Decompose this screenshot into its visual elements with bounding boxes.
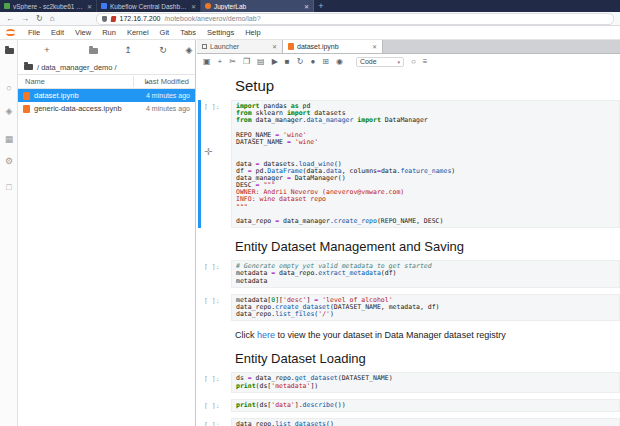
paste-cells-icon[interactable]: ▤ (257, 58, 265, 66)
cell-gutter: [ ]: (201, 294, 231, 322)
stop-kernel-icon[interactable]: ■ (285, 58, 290, 66)
run-all-icon[interactable]: ● (310, 58, 315, 66)
cell-type-value: Code (360, 58, 377, 65)
visibility-icon[interactable]: ◉ (336, 58, 343, 66)
file-list-item[interactable]: dataset.ipynb4 minutes ago (18, 89, 195, 102)
doc-tab-label: Launcher (210, 43, 239, 50)
column-name[interactable]: Name (25, 77, 45, 86)
browser-tab[interactable]: JupyterLab✕ (201, 0, 314, 12)
browser-tab[interactable]: Kubeflow Central Dashboard✕ (97, 0, 201, 12)
url-bar[interactable]: 172.16.7.200/notebook/aneverov/demo/lab? (96, 13, 614, 25)
menu-item-run[interactable]: Run (102, 28, 116, 37)
drag-handle-icon[interactable]: ✛ (204, 146, 212, 157)
markdown-paragraph: Click here to view the your dataset in D… (235, 330, 620, 340)
cell-gutter: [ ]: (201, 399, 231, 412)
close-icon[interactable]: ✕ (191, 3, 196, 10)
home-icon[interactable]: ⌂ (50, 15, 55, 23)
close-icon[interactable]: ✕ (372, 43, 377, 50)
breadcrumb[interactable]: / data_manager_demo / (18, 60, 195, 74)
cell-prompt: [ ]: (201, 399, 231, 410)
browser-tab-title: Kubeflow Central Dashboard (110, 3, 188, 10)
new-launcher-icon[interactable]: + (40, 44, 54, 56)
git-icon[interactable]: ◈ (0, 107, 18, 116)
menu-item-settings[interactable]: Settings (207, 28, 234, 37)
close-icon[interactable]: ✕ (87, 3, 92, 10)
markdown-text: Click (235, 330, 257, 340)
add-cell-icon[interactable]: + (218, 58, 223, 66)
run-cell-icon[interactable]: ▶ (272, 58, 278, 66)
cell-gutter: [ ]: (201, 418, 231, 426)
kernel-status-icon[interactable]: ○ (411, 58, 416, 66)
browser-url-row: ←→↻⌂ 172.16.7.200/notebook/aneverov/demo… (0, 12, 620, 26)
forward-icon[interactable]: → (21, 15, 29, 23)
menu-item-tabs[interactable]: Tabs (180, 28, 196, 37)
browser-tab-title: vSphere - sc2kube61 - Summa (13, 3, 84, 10)
url-path: /notebook/aneverov/demo/lab? (164, 15, 260, 22)
notebook-file-icon (23, 92, 30, 100)
code-cell[interactable]: [ ]:data_repo.list_datasets() (197, 418, 620, 426)
dataset-registry-link[interactable]: here (257, 330, 275, 340)
grid-icon[interactable]: ⊞ (322, 58, 329, 66)
document-area: Launcher✕dataset.ipynb✕ ▣+✂❐▤▶■↻●⊞◉Code▾… (197, 40, 620, 426)
menu-item-help[interactable]: Help (245, 28, 260, 37)
code-cell[interactable]: [ ]:✛import pandas as pdfrom sklearn imp… (197, 100, 620, 228)
file-name: generic-data-access.ipynb (34, 104, 142, 113)
code-cell[interactable]: [ ]:print(ds['data'].describe()) (197, 399, 620, 412)
code-cell[interactable]: [ ]:# Generate empty yet valid metadata … (197, 260, 620, 288)
close-icon[interactable]: ✕ (304, 3, 309, 10)
cell-gutter: [ ]:✛ (201, 100, 231, 228)
code-line (236, 146, 619, 153)
cut-cells-icon[interactable]: ✂ (229, 58, 236, 66)
menu-item-file[interactable]: File (28, 28, 40, 37)
doc-tab-launcher[interactable]: Launcher✕ (197, 40, 283, 53)
reload-icon[interactable]: ↻ (36, 15, 43, 23)
list-icon[interactable]: ≡ (423, 58, 428, 66)
menu-item-kernel[interactable]: Kernel (127, 28, 149, 37)
restart-kernel-icon[interactable]: ↻ (297, 58, 304, 66)
menu-item-edit[interactable]: Edit (51, 28, 64, 37)
document-tab-bar: Launcher✕dataset.ipynb✕ (197, 40, 620, 54)
code-cell[interactable]: [ ]:ds = data_repo.get_dataset(DATASET_N… (197, 372, 620, 392)
cell-input[interactable]: import pandas as pdfrom sklearn import d… (231, 100, 620, 228)
cell-input[interactable]: # Generate empty yet valid metadata to g… (231, 260, 620, 288)
refresh-icon[interactable]: ↻ (156, 44, 170, 56)
notebook-content[interactable]: Setup[ ]:✛import pandas as pdfrom sklear… (197, 68, 620, 426)
launcher-icon (202, 44, 207, 49)
doc-tab-dataset-ipynb[interactable]: dataset.ipynb✕ (283, 40, 383, 53)
menu-item-git[interactable]: Git (160, 28, 170, 37)
menu-item-view[interactable]: View (75, 28, 91, 37)
close-icon[interactable]: ✕ (272, 43, 277, 50)
file-list: dataset.ipynb4 minutes agogeneric-data-a… (18, 89, 195, 115)
notebook-file-icon (23, 105, 30, 113)
cell-input[interactable]: metadata[0]['desc'] = 'level of alcohol'… (231, 294, 620, 322)
cell-prompt: [ ]: (201, 418, 231, 426)
property-inspector-icon[interactable]: ⚙ (0, 157, 18, 166)
copy-cells-icon[interactable]: ❐ (243, 58, 250, 66)
cell-input[interactable]: ds = data_repo.get_dataset(DATASET_NAME)… (231, 372, 620, 392)
browser-tab[interactable]: vSphere - sc2kube61 - Summa✕ (0, 0, 97, 12)
code-line: INFO: wine dataset repo (236, 196, 619, 203)
opens-tab-icon[interactable]: □ (0, 183, 18, 192)
shield-icon[interactable] (102, 16, 107, 22)
running-sessions-icon[interactable]: ○ (0, 84, 18, 93)
git-clone-icon[interactable]: ◈ (182, 44, 196, 56)
file-modified: 4 minutes ago (146, 92, 190, 99)
new-folder-icon[interactable] (86, 44, 100, 56)
cell-input[interactable]: print(ds['data'].describe()) (231, 399, 620, 412)
command-palette-icon[interactable]: ▦ (0, 135, 18, 144)
code-line: print(ds['metadata']) (236, 383, 619, 390)
file-browser-icon[interactable] (0, 46, 18, 55)
file-list-item[interactable]: generic-data-access.ipynb4 minutes ago (18, 102, 195, 115)
cell-type-dropdown[interactable]: Code▾ (356, 57, 404, 67)
save-icon[interactable]: ▣ (203, 58, 211, 66)
code-line: metadata (236, 278, 619, 285)
browser-tab-title: JupyterLab (214, 3, 301, 10)
column-last-modified[interactable]: Last Modified (144, 77, 189, 86)
cell-prompt: [ ]: (201, 260, 231, 271)
new-tab-button[interactable]: + (314, 0, 328, 12)
code-cell[interactable]: [ ]:metadata[0]['desc'] = 'level of alco… (197, 294, 620, 322)
cell-input[interactable]: data_repo.list_datasets() (231, 418, 620, 426)
back-icon[interactable]: ← (6, 15, 14, 23)
column-divider (133, 76, 134, 87)
upload-icon[interactable]: ↥ (121, 44, 135, 56)
